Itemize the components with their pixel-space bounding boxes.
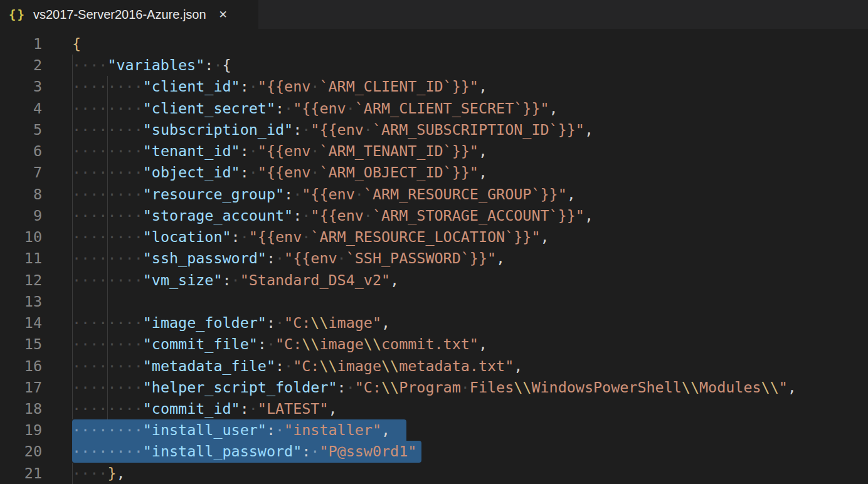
token-punc: , [116,465,125,482]
code-line[interactable]: 3········"client_id":·"{{env·`ARM_CLIENT… [0,76,868,97]
line-content[interactable]: ········"ssh_password":·"{{env·`SSH_PASS… [72,248,868,269]
whitespace-dot: · [125,100,134,117]
line-content[interactable]: ········"commit_file":·"C:\\image\\commi… [72,334,868,355]
whitespace-dot: · [98,400,107,418]
token-str: Modules [699,379,761,396]
line-content[interactable]: ········"object_id":·"{{env·`ARM_OBJECT_… [72,162,868,183]
line-content[interactable]: ········"resource_group":·"{{env·`ARM_RE… [72,184,868,205]
code-line[interactable]: 18········"commit_id":·"LATEST", [0,398,868,419]
line-number[interactable]: 5 [0,119,72,140]
line-content[interactable]: ····}, [72,463,868,484]
whitespace-dot: · [98,78,107,95]
close-icon[interactable]: ✕ [219,9,228,20]
whitespace-dot: · [346,379,355,396]
editor[interactable]: 1{2····"variables":·{3········"client_id… [0,29,868,484]
whitespace-dot: · [90,100,98,117]
code-line[interactable]: 20········"install_password":·"P@ssw0rd1… [0,441,868,462]
line-content[interactable]: ········"metadata_file":·"C:\\image\\met… [72,355,868,377]
token-punc: , [381,421,390,439]
line-number[interactable]: 8 [0,184,72,205]
token-punc: , [479,164,487,181]
line-number[interactable]: 17 [0,377,72,398]
line-content[interactable]: ········"storage_account":·"{{env·`ARM_S… [72,205,868,226]
code-line[interactable]: 7········"object_id":·"{{env·`ARM_OBJECT… [0,162,868,183]
code-line[interactable]: 6········"tenant_id":·"{{env·`ARM_TENANT… [0,140,868,162]
token-str: " [779,379,788,396]
code-line[interactable]: 4········"client_secret":·"{{env·`ARM_CL… [0,98,868,119]
line-number[interactable]: 6 [0,140,72,162]
line-number[interactable]: 20 [0,441,72,462]
code-line[interactable]: 8········"resource_group":·"{{env·`ARM_R… [0,184,868,205]
line-number[interactable]: 1 [0,33,72,55]
whitespace-dot: · [81,100,90,117]
whitespace-dot: · [81,121,90,139]
line-content[interactable]: ········"helper_script_folder":·"C:\\Pro… [72,377,868,398]
line-number[interactable]: 7 [0,162,72,183]
line-number[interactable]: 21 [0,463,72,484]
whitespace-dot: · [125,142,134,160]
line-number[interactable]: 13 [0,291,72,312]
whitespace-dot: · [72,271,81,289]
line-content[interactable]: ········"vm_size":·"Standard_DS4_v2", [72,270,868,291]
line-content[interactable]: ········"subscription_id":·"{{env·`ARM_S… [72,119,868,140]
token-str: "C: [284,314,310,332]
whitespace-dot: · [134,379,143,396]
whitespace-dot: · [134,421,143,439]
line-content[interactable]: ····"variables":·{ [72,55,868,76]
line-content[interactable]: ········"location":·"{{env·`ARM_RESOURCE… [72,226,868,248]
code-line[interactable]: 1{ [0,33,868,55]
whitespace-dot: · [125,443,134,460]
line-number[interactable]: 15 [0,334,72,355]
code-line[interactable]: 9········"storage_account":·"{{env·`ARM_… [0,205,868,226]
code-line[interactable]: 5········"subscription_id":·"{{env·`ARM_… [0,119,868,140]
whitespace-dot: · [116,121,125,139]
code-line[interactable]: 11········"ssh_password":·"{{env·`SSH_PA… [0,248,868,269]
line-content[interactable] [72,291,868,312]
whitespace-dot: · [72,357,81,375]
line-number[interactable]: 4 [0,98,72,119]
line-number[interactable]: 10 [0,226,72,248]
line-number[interactable]: 16 [0,355,72,377]
whitespace-dot: · [98,164,107,181]
line-number[interactable]: 9 [0,205,72,226]
code-line[interactable]: 16········"metadata_file":·"C:\\image\\m… [0,355,868,377]
whitespace-dot: · [72,164,81,181]
token-bgold: } [107,465,116,482]
code-line[interactable]: 15········"commit_file":·"C:\\image\\com… [0,334,868,355]
line-content[interactable]: ········"install_password":·"P@ssw0rd1" [72,441,868,462]
code-line[interactable]: 17········"helper_script_folder":·"C:\\P… [0,377,868,398]
whitespace-dot: · [125,335,134,353]
line-content[interactable]: ········"client_secret":·"{{env·`ARM_CLI… [72,98,868,119]
line-number[interactable]: 19 [0,419,72,441]
line-number[interactable]: 12 [0,270,72,291]
whitespace-dot: · [72,421,81,439]
code-line[interactable]: 13 [0,291,868,312]
line-number[interactable]: 3 [0,76,72,97]
whitespace-dot: · [249,164,258,181]
line-content[interactable]: ········"commit_id":·"LATEST", [72,398,868,419]
code-line[interactable]: 14········"image_folder":·"C:\\image", [0,312,868,334]
line-content[interactable]: ········"tenant_id":·"{{env·`ARM_TENANT_… [72,140,868,162]
line-number[interactable]: 11 [0,248,72,269]
code-line[interactable]: 21····}, [0,463,868,484]
code-area[interactable]: 1{2····"variables":·{3········"client_id… [0,33,868,484]
whitespace-dot: · [90,443,98,460]
code-line[interactable]: 10········"location":·"{{env·`ARM_RESOUR… [0,226,868,248]
tab-vs2017-server2016-azure-json[interactable]: {} vs2017-Server2016-Azure.json ✕ [0,0,258,29]
line-content[interactable]: ········"install_user":·"installer", [72,419,868,441]
code-line[interactable]: 12········"vm_size":·"Standard_DS4_v2", [0,270,868,291]
whitespace-dot: · [72,443,81,460]
code-line[interactable]: 19········"install_user":·"installer", [0,419,868,441]
whitespace-dot: · [134,78,143,95]
whitespace-dot: · [107,421,116,439]
line-number[interactable]: 2 [0,55,72,76]
line-content[interactable]: { [72,33,868,55]
whitespace-dot: · [310,443,319,460]
code-line[interactable]: 2····"variables":·{ [0,55,868,76]
whitespace-dot: · [72,250,81,267]
line-number[interactable]: 14 [0,312,72,334]
line-content[interactable]: ········"client_id":·"{{env·`ARM_CLIENT_… [72,76,868,97]
line-content[interactable]: ········"image_folder":·"C:\\image", [72,312,868,334]
line-number[interactable]: 18 [0,398,72,419]
whitespace-dot: · [240,228,249,246]
